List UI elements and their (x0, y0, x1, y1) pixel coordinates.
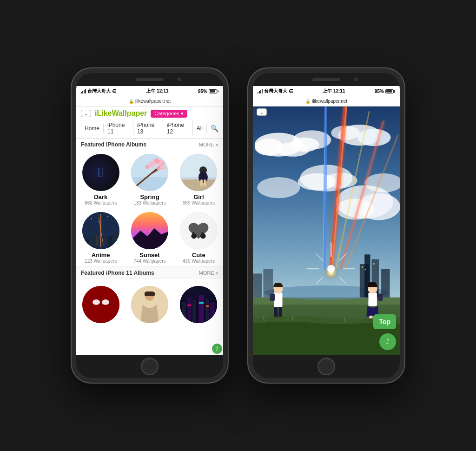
share-button-right[interactable]: ⤴ (379, 333, 396, 350)
album-spring-circle (131, 154, 168, 191)
wifi-icon: ∈ (112, 88, 117, 94)
album-fashion[interactable] (125, 279, 174, 355)
nav-iphone13[interactable]: iPhone 13 (133, 120, 163, 136)
signal-icon (81, 89, 86, 93)
svg-rect-54 (206, 305, 209, 307)
home-button-left[interactable] (141, 358, 159, 375)
phone-bottom-right (253, 355, 400, 378)
svg-point-7 (145, 165, 150, 169)
svg-point-9 (161, 166, 166, 170)
album-dark[interactable]:  Dark 860 Wallpapers (76, 150, 125, 208)
svg-rect-11 (180, 154, 217, 177)
album-sunset-name: Sunset (139, 252, 159, 259)
svg-point-67 (257, 177, 300, 198)
svg-rect-15 (200, 179, 203, 186)
album-anime-name: Anime (92, 252, 110, 259)
svg-rect-90 (373, 263, 375, 265)
svg-rect-49 (198, 295, 204, 323)
svg-point-8 (156, 165, 162, 171)
front-camera (178, 78, 181, 81)
categories-button[interactable]: Categories ▾ (151, 110, 187, 118)
share-icon: ⤴ (386, 338, 390, 346)
svg-rect-96 (274, 307, 278, 317)
url-bar-right[interactable]: 🔒 ilikewallpaper.net (253, 96, 400, 106)
album-spring-name: Spring (140, 193, 159, 200)
nav-bar: ⌄ iLikeWallpaper Categories ▾ Home iPhon… (76, 106, 223, 139)
svg-rect-12 (180, 179, 217, 191)
iphone11-title: Featured iPhone 11 Albums (81, 270, 154, 276)
lock-icon-right: 🔒 (305, 99, 311, 104)
site-logo[interactable]: iLikeWallpaper (95, 109, 147, 118)
wallpaper-display: ⌄ (253, 106, 400, 355)
album-sunset-circle (131, 212, 168, 249)
battery-icon (209, 89, 218, 93)
album-sunset[interactable]: Sunset 744 Wallpapers (125, 208, 174, 266)
svg-rect-26 (91, 235, 96, 249)
url-bar-left[interactable]: 🔒 ilikewallpaper.net (76, 96, 223, 106)
sunset-svg (131, 212, 168, 249)
url-text-right: ilikewallpaper.net (312, 99, 347, 104)
battery-percent: 95% (198, 89, 207, 94)
top-button[interactable]: Top (373, 314, 396, 329)
website-content-left: ⌄ iLikeWallpaper Categories ▾ Home iPhon… (76, 106, 223, 355)
status-left: 台灣大哥大 ∈ (81, 88, 117, 94)
nav-iphone12[interactable]: iPhone 12 (163, 120, 193, 136)
status-time-right: 上午 12:11 (323, 88, 345, 94)
carrier-text-right: 台灣大哥大 (264, 88, 287, 94)
nav-home[interactable]: Home (81, 124, 104, 133)
scroll-chevron-container: ⌄ (257, 108, 267, 116)
nav-links: Home iPhone 11 iPhone 13 iPhone 12 All 🔍 (81, 120, 218, 136)
phone-top-bar-right (253, 73, 400, 86)
nav-iphone11[interactable]: iPhone 11 (104, 120, 133, 136)
status-time: 上午 12:11 (146, 88, 168, 94)
album-cute[interactable]: Cute 430 Wallpapers (174, 208, 223, 266)
share-badge-city[interactable]: ⤴ (212, 344, 222, 354)
svg-rect-16 (204, 179, 206, 186)
apple-icon:  (98, 165, 103, 180)
phone-bottom-left (76, 355, 223, 378)
svg-rect-86 (381, 269, 390, 298)
cute-svg (180, 212, 217, 249)
svg-rect-47 (187, 298, 192, 323)
album-spiderman[interactable] (76, 279, 125, 355)
album-girl-name: Girl (193, 193, 204, 200)
spiderman-svg (82, 286, 119, 323)
status-left-right: 台灣大哥大 ∈ (258, 88, 293, 94)
svg-rect-52 (187, 305, 191, 306)
svg-point-38 (93, 299, 100, 305)
back-button[interactable]: ⌄ (81, 110, 91, 117)
album-spring-count: 133 Wallpapers (133, 200, 165, 206)
signal-icon-right (258, 89, 263, 93)
svg-rect-48 (192, 300, 196, 323)
girl-svg (180, 154, 217, 191)
carrier-text: 台灣大哥大 (87, 88, 111, 94)
svg-rect-50 (205, 299, 209, 323)
album-girl[interactable]: Girl 669 Wallpapers (174, 150, 223, 208)
nav-top: ⌄ iLikeWallpaper Categories ▾ (81, 109, 218, 118)
home-button-right[interactable] (317, 358, 335, 375)
iphone11-section-header: Featured iPhone 11 Albums MORE » (76, 266, 223, 279)
left-phone-inner: 台灣大哥大 ∈ 上午 12:11 95% 🔒 ilikewallpaper.ne… (76, 73, 223, 378)
album-girl-circle (180, 154, 217, 191)
nav-all[interactable]: All (193, 124, 207, 133)
featured-more[interactable]: MORE » (199, 142, 218, 147)
svg-point-34 (200, 233, 206, 239)
album-sunset-count: 744 Wallpapers (133, 259, 165, 264)
album-anime[interactable]: Anime 123 Wallpapers (76, 208, 125, 266)
svg-rect-51 (210, 302, 215, 323)
search-icon[interactable]: 🔍 (211, 125, 218, 132)
phone-speaker-right (312, 78, 340, 81)
album-city[interactable]: ⤴ (174, 279, 223, 355)
album-anime-count: 123 Wallpapers (85, 259, 117, 264)
svg-rect-25 (82, 239, 89, 249)
album-spring[interactable]: Spring 133 Wallpapers (125, 150, 174, 208)
svg-point-6 (149, 161, 155, 167)
back-chevron-right[interactable]: ⌄ (257, 108, 267, 116)
svg-point-73 (327, 265, 335, 272)
svg-rect-88 (362, 266, 363, 268)
iphone11-more[interactable]: MORE » (199, 270, 218, 276)
city-svg (180, 286, 217, 323)
album-girl-count: 669 Wallpapers (183, 200, 215, 206)
album-dark-count: 860 Wallpapers (85, 200, 117, 206)
front-camera-right (354, 78, 358, 81)
